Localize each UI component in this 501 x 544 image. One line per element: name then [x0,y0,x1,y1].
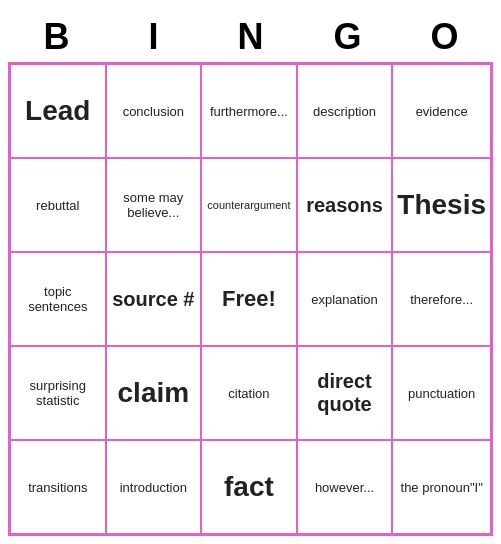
bingo-cell-20[interactable]: transitions [10,440,106,534]
header-n: N [202,16,299,58]
bingo-cell-6[interactable]: some may believe... [106,158,202,252]
bingo-cell-21[interactable]: introduction [106,440,202,534]
bingo-cell-9[interactable]: Thesis [392,158,491,252]
bingo-cell-16[interactable]: claim [106,346,202,440]
bingo-cell-3[interactable]: description [297,64,393,158]
bingo-cell-2[interactable]: furthermore... [201,64,297,158]
bingo-cell-5[interactable]: rebuttal [10,158,106,252]
header-g: G [299,16,396,58]
bingo-cell-11[interactable]: source # [106,252,202,346]
header-b: B [8,16,105,58]
bingo-cell-10[interactable]: topic sentences [10,252,106,346]
header-o: O [396,16,493,58]
bingo-cell-0[interactable]: Lead [10,64,106,158]
bingo-grid: Leadconclusionfurthermore...descriptione… [8,62,493,536]
bingo-cell-17[interactable]: citation [201,346,297,440]
bingo-cell-19[interactable]: punctuation [392,346,491,440]
bingo-cell-7[interactable]: counterargument [201,158,297,252]
bingo-cell-18[interactable]: direct quote [297,346,393,440]
bingo-cell-24[interactable]: the pronoun"I" [392,440,491,534]
bingo-cell-23[interactable]: however... [297,440,393,534]
bingo-cell-12[interactable]: Free! [201,252,297,346]
bingo-cell-1[interactable]: conclusion [106,64,202,158]
bingo-cell-22[interactable]: fact [201,440,297,534]
bingo-cell-13[interactable]: explanation [297,252,393,346]
bingo-cell-8[interactable]: reasons [297,158,393,252]
bingo-cell-14[interactable]: therefore... [392,252,491,346]
bingo-cell-15[interactable]: surprising statistic [10,346,106,440]
header-i: I [105,16,202,58]
bingo-cell-4[interactable]: evidence [392,64,491,158]
